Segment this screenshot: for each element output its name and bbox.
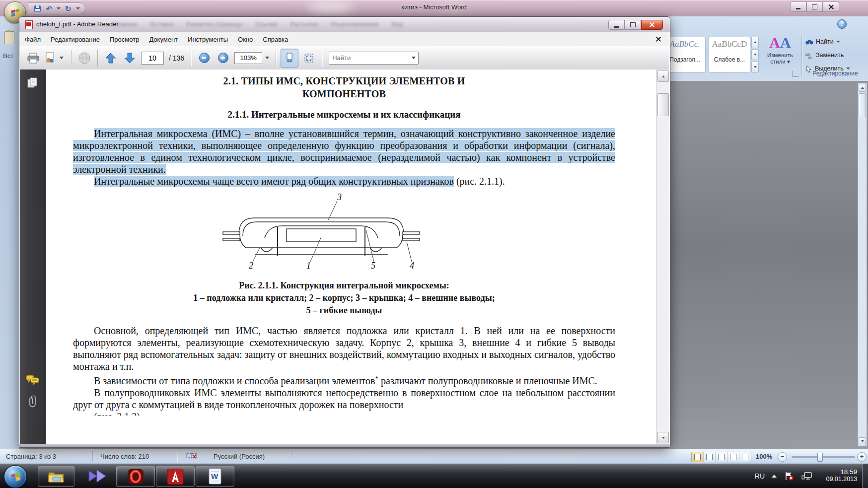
chevron-down-icon <box>76 7 80 9</box>
find-input[interactable] <box>329 53 409 63</box>
page-indicator[interactable]: Страница: 3 из 3 <box>6 453 56 460</box>
word-vertical-scrollbar[interactable] <box>858 83 867 446</box>
undo-button[interactable]: ↶ <box>44 4 54 13</box>
zoom-dropdown-icon[interactable] <box>265 57 269 59</box>
word-close-button[interactable] <box>823 1 839 12</box>
scroll-down-button[interactable] <box>859 437 866 445</box>
fit-page-button[interactable] <box>300 49 317 67</box>
qat-more-button[interactable] <box>75 4 81 13</box>
pdf-file-icon <box>25 20 33 29</box>
word-document-icon: W <box>208 468 222 485</box>
style-sample: AaBbCcD <box>711 39 748 49</box>
scrollbar-thumb[interactable] <box>657 93 669 116</box>
scrolling-mode-button[interactable] <box>281 49 298 68</box>
pdf-document-area[interactable]: 2.1. ТИПЫ ИМС, КОНСТРУКЦИИ ЭЛЕМЕНТОВ И К… <box>46 70 656 444</box>
gallery-more-button[interactable] <box>751 61 759 72</box>
opera-icon <box>127 469 145 485</box>
word-minimize-button[interactable] <box>790 1 806 12</box>
taskbar-kmplayer-button[interactable] <box>83 466 110 486</box>
taskbar-adobe-reader-button[interactable] <box>156 466 195 487</box>
comments-panel-button[interactable] <box>24 371 42 389</box>
help-button[interactable]: ? <box>837 19 847 29</box>
reader-scrollbar[interactable] <box>656 70 669 444</box>
redo-icon: ↻ <box>65 5 72 12</box>
chevron-down-icon <box>846 68 850 70</box>
find-dropdown-button[interactable] <box>409 52 418 64</box>
word-count[interactable]: Число слов: 210 <box>100 453 149 460</box>
print-layout-view-button[interactable] <box>692 452 704 462</box>
change-styles-icon: AA <box>762 35 798 51</box>
fullscreen-view-button[interactable] <box>704 452 716 462</box>
clock[interactable]: 18:59 09.01.2013 <box>826 468 857 483</box>
zoom-out-button[interactable] <box>196 49 213 67</box>
gallery-scroll-up-button[interactable] <box>751 37 759 48</box>
gallery-scroll-down-button[interactable] <box>751 49 759 61</box>
language-indicator[interactable]: RU <box>755 472 765 480</box>
style-item-subtle-emphasis[interactable]: AaBbCcD Слабое в... <box>709 37 750 72</box>
attachments-panel-button[interactable] <box>24 393 42 411</box>
zoom-in-button[interactable] <box>215 49 231 67</box>
next-page-button[interactable] <box>121 49 138 67</box>
taskbar-explorer-button[interactable] <box>38 466 74 487</box>
zoom-out-button[interactable]: − <box>778 452 787 462</box>
reader-close-button[interactable] <box>641 20 663 30</box>
draft-view-button[interactable] <box>739 452 751 462</box>
taskbar-opera-button[interactable] <box>116 466 155 487</box>
dialog-launcher-icon[interactable] <box>793 71 798 77</box>
previous-page-button[interactable] <box>102 49 119 67</box>
find-button[interactable]: Найти <box>805 37 840 47</box>
undo-icon: ↶ <box>46 5 53 12</box>
zoom-value-display[interactable]: 103% <box>234 52 262 64</box>
menu-document[interactable]: Документ <box>144 33 183 46</box>
menu-edit[interactable]: Редактирование <box>46 33 105 46</box>
zoom-in-button[interactable]: + <box>857 452 867 462</box>
menu-help[interactable]: Справка <box>258 33 293 46</box>
styles-gallery-scroll <box>751 37 759 72</box>
word-maximize-button[interactable] <box>806 1 823 12</box>
network-icon[interactable] <box>801 471 813 481</box>
word-titlebar: китиэ - Microsoft Word <box>0 0 868 16</box>
reader-minimize-button[interactable] <box>608 20 625 30</box>
save-button[interactable] <box>32 4 42 13</box>
clipboard-icon <box>4 31 14 44</box>
zoom-slider-thumb[interactable] <box>817 453 823 462</box>
redo-button[interactable]: ↻ <box>63 4 73 13</box>
section-heading-line2: КОМПОНЕНТОВ <box>73 87 615 100</box>
zoom-level[interactable]: 100% <box>756 453 772 460</box>
paperclip-icon <box>28 396 37 409</box>
taskbar-word-button[interactable]: W <box>196 466 234 487</box>
replace-button[interactable]: abac Заменить <box>805 50 844 60</box>
show-desktop-button[interactable] <box>862 464 868 488</box>
spellcheck-button[interactable] <box>186 452 198 462</box>
chevron-down-icon <box>60 57 64 59</box>
pages-panel-button[interactable] <box>24 74 42 92</box>
scroll-up-button[interactable] <box>859 84 866 92</box>
menu-file[interactable]: Файл <box>20 33 46 46</box>
menu-window[interactable]: Окно <box>233 33 258 46</box>
reader-maximize-button[interactable] <box>625 20 641 30</box>
separator <box>92 451 93 462</box>
paste-button[interactable]: Вст <box>3 52 13 60</box>
adobe-reader-window: Главная Вставка Разметка страницы Ссылки… <box>19 16 670 448</box>
print-button[interactable] <box>25 49 42 67</box>
action-center-flag-icon[interactable] <box>784 471 795 481</box>
language-indicator[interactable]: Русский (Россия) <box>214 453 265 460</box>
change-styles-button[interactable]: AA Изменить стили ▾ <box>762 35 798 76</box>
menu-view[interactable]: Просмотр <box>105 33 144 46</box>
zoom-slider-track[interactable] <box>792 456 855 458</box>
scrollbar-thumb[interactable] <box>859 93 866 117</box>
undo-dropdown[interactable] <box>56 4 61 13</box>
close-icon[interactable] <box>654 35 662 43</box>
show-hidden-icons-button[interactable] <box>772 475 777 478</box>
fullscreen-icon <box>706 454 713 460</box>
outline-view-button[interactable] <box>727 452 739 462</box>
date: 09.01.2013 <box>826 476 857 483</box>
page-number-input[interactable] <box>141 52 164 65</box>
menu-tools[interactable]: Инструменты <box>183 33 233 46</box>
share-document-button[interactable] <box>44 49 67 67</box>
start-button[interactable] <box>4 465 27 488</box>
scroll-up-button[interactable] <box>657 70 669 82</box>
collaboration-button[interactable] <box>76 49 93 67</box>
web-layout-view-button[interactable] <box>716 452 727 462</box>
scroll-down-button[interactable] <box>657 432 669 443</box>
